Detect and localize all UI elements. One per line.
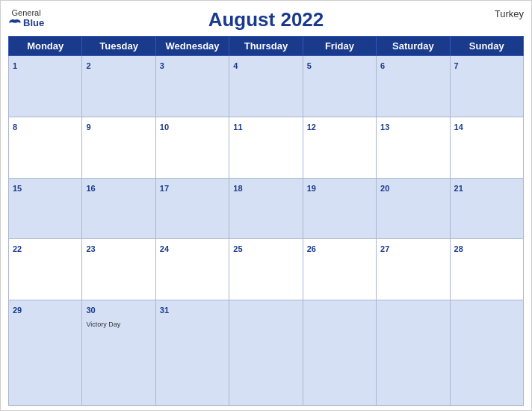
date-number: 29 [13, 306, 22, 315]
calendar-day-cell: 13 [377, 117, 450, 178]
date-number: 22 [13, 244, 22, 253]
date-number: 17 [160, 184, 169, 193]
calendar-day-cell: 24 [155, 239, 229, 300]
calendar-week-row: 891011121314 [9, 117, 524, 178]
date-number: 4 [233, 61, 238, 70]
date-number: 14 [454, 123, 463, 132]
day-sunday: Sunday [450, 37, 523, 56]
calendar-week-row: 22232425262728 [9, 239, 524, 300]
calendar-day-cell: 17 [155, 178, 229, 239]
calendar-day-cell: 1 [9, 56, 82, 117]
day-monday: Monday [9, 37, 82, 56]
date-number: 18 [233, 184, 242, 193]
calendar-week-row: 15161718192021 [9, 178, 524, 239]
date-number: 16 [86, 184, 95, 193]
calendar-week-row: 2930Victory Day31 [9, 300, 524, 406]
calendar-day-cell: 15 [9, 178, 82, 239]
calendar-day-cell [450, 300, 523, 406]
date-number: 5 [307, 61, 312, 70]
calendar-day-cell: 27 [377, 239, 450, 300]
calendar-day-cell: 19 [303, 178, 376, 239]
calendar-day-cell: 9 [82, 117, 155, 178]
date-number: 28 [454, 244, 463, 253]
calendar-day-cell: 21 [450, 178, 523, 239]
calendar-day-cell: 6 [377, 56, 450, 117]
date-number: 23 [86, 244, 95, 253]
date-number: 1 [13, 61, 17, 70]
logo-area: General Blue [8, 8, 44, 28]
calendar-wrapper: General Blue August 2022 Turkey Monday T… [0, 0, 532, 411]
logo-blue-text: Blue [8, 17, 44, 28]
date-number: 11 [233, 123, 242, 132]
date-number: 2 [86, 61, 90, 70]
calendar-day-cell: 4 [229, 56, 303, 117]
date-number: 27 [380, 244, 389, 253]
calendar-day-cell: 20 [377, 178, 450, 239]
date-number: 6 [380, 61, 385, 70]
date-number: 31 [160, 306, 169, 315]
date-number: 21 [454, 184, 463, 193]
day-thursday: Thursday [229, 37, 303, 56]
date-number: 3 [160, 61, 164, 70]
calendar-day-cell: 18 [229, 178, 303, 239]
calendar-day-cell: 2 [82, 56, 155, 117]
calendar-day-cell: 11 [229, 117, 303, 178]
calendar-day-cell: 7 [450, 56, 523, 117]
calendar-day-cell: 14 [450, 117, 523, 178]
calendar-day-cell [229, 300, 303, 406]
calendar-day-cell: 26 [303, 239, 376, 300]
day-wednesday: Wednesday [155, 37, 229, 56]
event-label: Victory Day [86, 321, 120, 328]
day-saturday: Saturday [377, 37, 450, 56]
calendar-day-cell: 25 [229, 239, 303, 300]
calendar-day-cell: 29 [9, 300, 82, 406]
calendar-table: Monday Tuesday Wednesday Thursday Friday… [8, 36, 524, 406]
date-number: 30 [86, 306, 95, 315]
date-number: 10 [160, 123, 169, 132]
calendar-day-cell: 10 [155, 117, 229, 178]
calendar-day-cell: 8 [9, 117, 82, 178]
country-label: Turkey [495, 8, 524, 19]
calendar-day-cell: 23 [82, 239, 155, 300]
day-tuesday: Tuesday [82, 37, 155, 56]
calendar-day-cell: 16 [82, 178, 155, 239]
calendar-day-cell: 12 [303, 117, 376, 178]
calendar-day-cell: 30Victory Day [82, 300, 155, 406]
date-number: 26 [307, 244, 316, 253]
calendar-header: General Blue August 2022 Turkey [8, 8, 524, 31]
date-number: 13 [380, 123, 389, 132]
calendar-day-cell: 31 [155, 300, 229, 406]
calendar-day-cell: 3 [155, 56, 229, 117]
logo-bird-icon [8, 18, 22, 28]
date-number: 24 [160, 244, 169, 253]
calendar-title: August 2022 [208, 8, 324, 31]
logo-general-text: General [12, 8, 41, 17]
date-number: 12 [307, 123, 316, 132]
date-number: 9 [86, 123, 90, 132]
day-friday: Friday [303, 37, 376, 56]
date-number: 20 [380, 184, 389, 193]
calendar-day-cell [303, 300, 376, 406]
calendar-day-cell: 22 [9, 239, 82, 300]
calendar-day-cell: 5 [303, 56, 376, 117]
days-header-row: Monday Tuesday Wednesday Thursday Friday… [9, 37, 524, 56]
calendar-day-cell: 28 [450, 239, 523, 300]
date-number: 7 [454, 61, 459, 70]
date-number: 25 [233, 244, 242, 253]
calendar-week-row: 1234567 [9, 56, 524, 117]
date-number: 8 [13, 123, 17, 132]
date-number: 19 [307, 184, 316, 193]
date-number: 15 [13, 184, 22, 193]
calendar-day-cell [377, 300, 450, 406]
